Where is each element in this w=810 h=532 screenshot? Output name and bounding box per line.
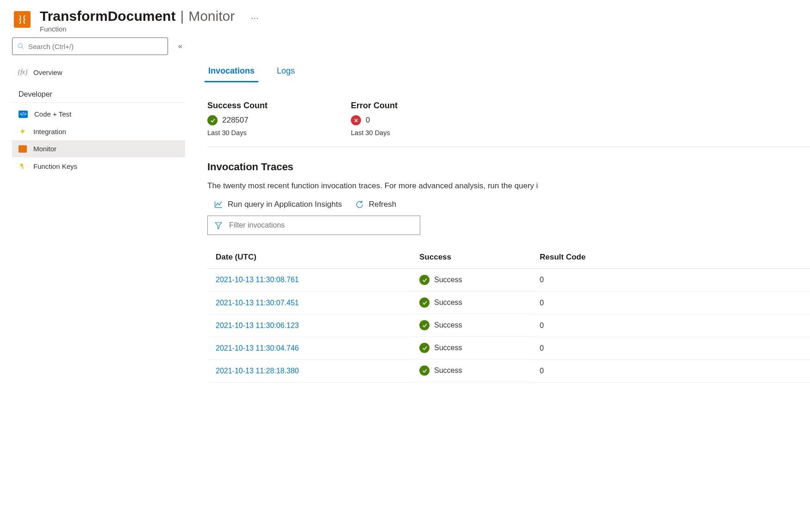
key-icon [19,162,27,170]
stat-error-value: 0 [366,116,370,125]
sidebar-item-integration[interactable]: Integration [12,123,185,140]
refresh-button[interactable]: Refresh [355,200,397,209]
fx-icon: {fx} [19,68,27,76]
success-check-icon [207,115,218,125]
trace-status: Success [434,276,462,284]
invocation-traces-heading: Invocation Traces [207,161,810,173]
table-row: 2021-10-13 11:28:18.380Success0 [207,359,810,382]
bolt-icon [19,127,27,136]
sidebar: « {fx} Overview Developer </> Code + Tes… [0,33,185,383]
search-box[interactable] [12,37,168,55]
sidebar-item-label: Overview [33,68,62,76]
svg-point-0 [18,43,22,48]
collapse-sidebar-button[interactable]: « [178,42,181,50]
trace-result: 0 [531,359,810,382]
sidebar-item-function-keys[interactable]: Function Keys [12,157,185,175]
invocations-table: Date (UTC) Success Result Code 2021-10-1… [207,246,810,383]
filter-invocations-box[interactable] [207,216,420,235]
success-check-icon [419,365,430,376]
stat-success: Success Count 228507 Last 30 Days [207,101,268,136]
tab-logs[interactable]: Logs [276,62,296,81]
sidebar-item-label: Code + Test [34,110,71,118]
page-section: Monitor [188,8,235,24]
invocation-traces-description: The twenty most recent function invocati… [207,181,810,191]
code-icon: </> [19,111,28,118]
trace-result: 0 [531,291,810,314]
run-query-label: Run query in Application Insights [228,200,342,209]
trace-success-cell: Success [411,291,531,314]
stat-error: Error Count 0 Last 30 Days [351,101,398,136]
trace-date-link[interactable]: 2021-10-13 11:30:08.761 [216,276,299,284]
trace-date-link[interactable]: 2021-10-13 11:30:04.746 [216,344,299,352]
trace-date-link[interactable]: 2021-10-13 11:30:07.451 [216,299,299,307]
trace-result: 0 [531,337,810,359]
filter-invocations-input[interactable] [229,221,413,229]
tab-invocations[interactable]: Invocations [207,62,255,81]
trace-success-cell: Success [411,337,531,359]
sidebar-item-label: Monitor [33,145,56,153]
trace-result: 0 [531,269,810,292]
trace-status: Success [434,298,462,307]
refresh-label: Refresh [369,200,397,209]
stat-success-label: Success Count [207,101,268,111]
refresh-icon [355,200,364,209]
trace-success-cell: Success [411,269,531,291]
svg-marker-8 [215,223,222,229]
success-check-icon [419,343,430,353]
trace-status: Success [434,366,462,375]
trace-success-cell: Success [411,314,531,337]
svg-rect-5 [22,168,24,169]
tabs: Invocations Logs [207,62,810,81]
filter-icon [214,221,223,229]
sidebar-item-label: Integration [33,128,66,136]
success-check-icon [419,320,430,330]
trace-result: 0 [531,314,810,337]
sidebar-item-overview[interactable]: {fx} Overview [12,63,185,81]
trace-success-cell: Success [411,359,531,382]
stat-success-value: 228507 [222,116,249,125]
sidebar-item-label: Function Keys [33,162,77,170]
trace-status: Success [434,344,462,352]
svg-marker-2 [20,128,25,134]
table-row: 2021-10-13 11:30:04.746Success0 [207,337,810,359]
svg-line-1 [22,47,23,49]
title-separator: | [180,8,184,24]
chart-line-icon [214,200,223,209]
error-x-icon [351,115,361,125]
trace-date-link[interactable]: 2021-10-13 11:30:06.123 [216,322,299,329]
sidebar-item-monitor[interactable]: Monitor [12,140,185,157]
run-query-link[interactable]: Run query in Application Insights [214,200,342,209]
more-actions-button[interactable]: … [250,12,260,21]
page-subtitle: Function [40,25,805,33]
sidebar-section-developer: Developer [12,81,185,103]
sidebar-item-code-test[interactable]: </> Code + Test [12,105,185,123]
search-input[interactable] [28,43,163,50]
trace-date-link[interactable]: 2021-10-13 11:28:18.380 [216,367,299,375]
col-date[interactable]: Date (UTC) [207,246,411,269]
stat-error-label: Error Count [351,101,398,111]
search-icon [17,43,25,50]
table-row: 2021-10-13 11:30:07.451Success0 [207,291,810,314]
monitor-icon [19,145,27,153]
page-title: TransformDocument [40,8,175,24]
stat-success-period: Last 30 Days [207,129,268,136]
function-app-icon [14,11,31,28]
col-result[interactable]: Result Code [531,246,810,269]
stat-error-period: Last 30 Days [351,129,398,136]
success-check-icon [419,275,430,285]
table-row: 2021-10-13 11:30:08.761Success0 [207,269,810,292]
trace-status: Success [434,321,462,329]
table-row: 2021-10-13 11:30:06.123Success0 [207,314,810,337]
success-check-icon [419,297,430,308]
col-success[interactable]: Success [411,246,531,269]
